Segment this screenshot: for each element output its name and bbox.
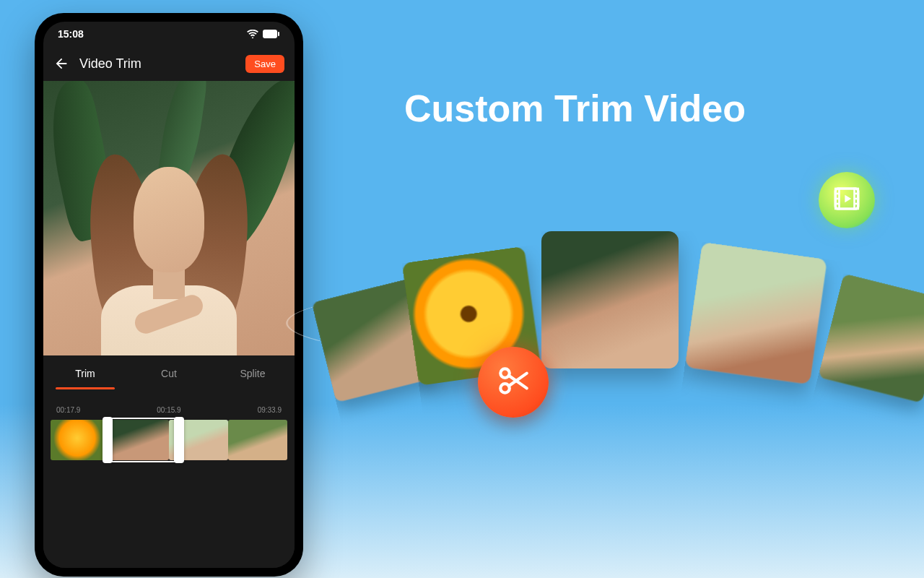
- status-bar: 15:08: [43, 22, 295, 46]
- timeline-timestamps: 00:17.9 00:15.9 09:33.9: [51, 406, 287, 420]
- save-button[interactable]: Save: [245, 55, 284, 73]
- timeline: 00:17.9 00:15.9 09:33.9: [43, 392, 295, 568]
- svg-rect-0: [263, 30, 277, 38]
- timestamp: 00:17.9: [56, 406, 80, 414]
- carousel-card: [684, 242, 827, 384]
- tab-splite[interactable]: Splite: [211, 358, 295, 389]
- phone-screen: 15:08 Video Trim Save: [43, 22, 295, 568]
- timestamp: 00:15.9: [157, 406, 180, 414]
- video-preview[interactable]: [43, 81, 295, 355]
- timeline-track[interactable]: [51, 420, 287, 460]
- trim-handle-start[interactable]: [103, 417, 113, 463]
- scissors-icon: [495, 363, 531, 402]
- status-time: 15:08: [58, 28, 84, 40]
- timeline-frame[interactable]: [110, 420, 169, 460]
- timeline-frame[interactable]: [51, 420, 110, 460]
- wifi-icon: [247, 30, 258, 38]
- tab-trim[interactable]: Trim: [43, 358, 127, 389]
- film-badge: [819, 172, 875, 228]
- carousel-card: [818, 273, 924, 403]
- back-button[interactable]: [53, 56, 69, 72]
- tab-cut[interactable]: Cut: [127, 358, 211, 389]
- page-title: Video Trim: [79, 56, 235, 72]
- battery-icon: [263, 30, 280, 38]
- marketing-headline: Custom Trim Video: [404, 87, 746, 130]
- film-play-icon: [832, 184, 862, 217]
- timeline-frame[interactable]: [228, 420, 287, 460]
- status-icons: [247, 30, 280, 38]
- svg-rect-1: [278, 32, 279, 36]
- carousel-card: [541, 231, 679, 368]
- scissors-badge[interactable]: [478, 347, 549, 418]
- thumbnail-carousel: [318, 231, 924, 405]
- edit-tabs: Trim Cut Splite: [43, 355, 295, 392]
- trim-handle-end[interactable]: [174, 417, 184, 463]
- timestamp: 09:33.9: [258, 406, 282, 414]
- phone-mockup: 15:08 Video Trim Save: [35, 13, 303, 577]
- app-header: Video Trim Save: [43, 46, 295, 81]
